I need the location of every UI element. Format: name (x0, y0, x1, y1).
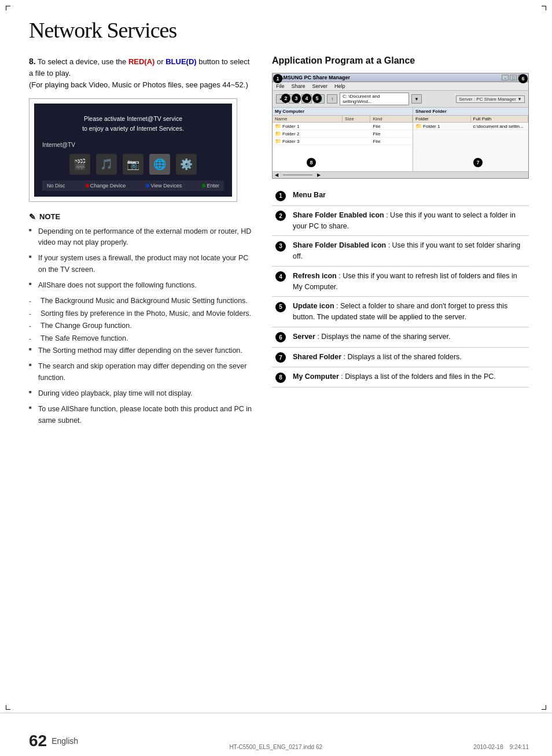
toolbar-browse-btn[interactable]: ▼ (411, 94, 422, 104)
folder-1-size (343, 126, 370, 127)
corner-tr (542, 6, 546, 10)
note-item-5: The search and skip operation may differ… (29, 361, 255, 383)
note-subitem-2: Sorting files by preference in the Photo… (29, 308, 255, 319)
my-computer-panel: My Computer Name Size Kind 📁 Folder 1 (273, 108, 413, 171)
menu-server[interactable]: Server (312, 83, 328, 89)
desc-row-7: 7 Shared Folder : Displays a list of the… (272, 347, 529, 367)
note-item-3: AllShare does not support the following … (29, 280, 255, 291)
menu-share[interactable]: Share (292, 83, 306, 89)
desc-text-3: Share Folder Disabled icon : Use this if… (289, 236, 529, 267)
pc-share-titlebar: SAMSUNG PC Share Manager - □ × (273, 73, 528, 82)
col-folder: Folder (413, 116, 470, 122)
badge-6: 6 (518, 74, 528, 83)
page-content: Network Services 8. To select a device, … (0, 0, 552, 431)
shared-folder-header: Shared Folder (413, 108, 528, 116)
tv-bar-enter: Enter (202, 183, 219, 189)
page-number-box: 62 English (29, 732, 78, 750)
desc-num-6: 6 (272, 327, 289, 347)
dot-green (202, 184, 205, 187)
note-heading: ✎ NOTE (29, 212, 255, 222)
pc-share-menubar: File Share Server Help (273, 82, 528, 91)
col-name: Name (273, 116, 343, 122)
minimize-button[interactable]: - (502, 75, 509, 80)
folder-row-2: 📁 Folder 2 File (273, 130, 413, 138)
tv-icon-1: 🎬 (69, 154, 90, 175)
desc-text-2: Share Folder Enabled icon : Use this if … (289, 205, 529, 236)
toolbar-btn-update[interactable]: ↑ (327, 94, 337, 104)
note-subitem-4: The Safe Remove function. (29, 333, 255, 344)
desc-row-1: 1 Menu Bar (272, 186, 529, 205)
blue-label: BLUE(D) (165, 57, 196, 66)
note-item-4: The Sorting method may differ depending … (29, 345, 255, 356)
note-subitem-1: The Background Music and Background Musi… (29, 296, 255, 307)
menu-help[interactable]: Help (334, 83, 345, 89)
maximize-button[interactable]: □ (510, 75, 517, 80)
col-kind: Kind (370, 116, 413, 122)
server-dropdown[interactable]: Server : PC Share Manager ▼ (456, 95, 525, 103)
desc-text-4: Refresh icon : Use this if you want to r… (289, 266, 529, 297)
note-item-1: Depending on te performance of the exter… (29, 226, 255, 249)
dot-red (86, 184, 89, 187)
note-item-7: To use AllShare function, please locate … (29, 404, 255, 426)
menu-file[interactable]: File (276, 83, 285, 89)
step-subtext: (For playing back Video, Music or Photos… (29, 80, 248, 89)
step-number: 8. (29, 57, 36, 66)
page-footer: 62 English HT-C5500_ELS_ENG_0217.indd 62… (0, 713, 552, 756)
badge-7: 7 (473, 158, 483, 167)
badge-5: 5 (312, 94, 322, 103)
desc-row-2: 2 Share Folder Enabled icon : Use this i… (272, 205, 529, 236)
toolbar-path: C: \Document and setting\Wind... (340, 93, 409, 105)
tv-icon-3: 📷 (123, 154, 143, 175)
desc-text-1: Menu Bar (289, 186, 529, 205)
corner-br (542, 705, 546, 710)
note-list: Depending on te performance of the exter… (29, 226, 255, 427)
folder-2-name: 📁 Folder 2 (273, 130, 343, 137)
footer-datetime: 2010-02-18 9:24:11 (473, 744, 529, 750)
tv-icons-row: 🎬 🎵 📷 🌐 ⚙️ (42, 154, 224, 175)
desc-row-3: 3 Share Folder Disabled icon : Use this … (272, 236, 529, 267)
shared-folder-1: 📁 Folder 1 (413, 123, 470, 130)
tv-screen-inner: Please activate Internet@TV service to e… (34, 104, 232, 197)
page-title: Network Services (29, 17, 529, 43)
col-size: Size (343, 116, 370, 122)
red-label: RED(A) (128, 57, 155, 66)
dot-blue (146, 184, 149, 187)
page-number: 62 (29, 732, 47, 750)
shared-folder-row-1: 📁 Folder 1 c:\document and settin... (413, 123, 528, 130)
desc-num-4: 4 (272, 266, 289, 297)
desc-text-8: My Computer : Displays a list of the fol… (289, 367, 529, 388)
desc-text-6: Server : Displays the name of the sharin… (289, 327, 529, 347)
desc-text-5: Update icon : Select a folder to share a… (289, 297, 529, 327)
folder-icon: 📁 (415, 123, 422, 129)
tv-internet-label: Internet@TV (42, 142, 224, 148)
desc-num-5: 5 (272, 297, 289, 327)
desc-row-5: 5 Update icon : Select a folder to share… (272, 297, 529, 327)
pc-share-title: SAMSUNG PC Share Manager (276, 75, 350, 80)
tv-icon-5: ⚙️ (176, 154, 197, 175)
desc-num-1: 1 (272, 186, 289, 205)
right-column: Application Program at a Glance 1 2 3 4 … (272, 56, 529, 388)
toolbar-right: Server : PC Share Manager ▼ (456, 95, 525, 103)
shared-folder-cols: Folder Full Path (413, 116, 528, 123)
desc-num-2: 2 (272, 205, 289, 236)
shared-folder-1-path: c:\document and settin... (471, 123, 528, 130)
desc-row-4: 4 Refresh icon : Use this if you want to… (272, 266, 529, 297)
tv-screen-mockup: Please activate Internet@TV service to e… (29, 98, 237, 202)
app-glance-title: Application Program at a Glance (272, 56, 529, 66)
tv-icon-2: 🎵 (96, 154, 117, 175)
pc-share-statusbar: ◀ ───────── ▶ (273, 171, 528, 178)
note-item-2: If your system uses a firewall, the prod… (29, 253, 255, 275)
tv-bar-viewdevices: View Devices (146, 183, 182, 189)
folder-1-name: 📁 Folder 1 (273, 123, 343, 130)
two-column-layout: 8. To select a device, use the RED(A) or… (29, 56, 529, 431)
my-computer-header: My Computer (273, 108, 413, 116)
tv-bar-nodisc: No Disc (47, 183, 65, 189)
folder-3-name: 📁 Folder 3 (273, 138, 343, 145)
status-center: ───────── (283, 172, 312, 178)
badge-8: 8 (307, 158, 316, 167)
desc-num-3: 3 (272, 236, 289, 267)
step-8-text: 8. To select a device, use the RED(A) or… (29, 56, 255, 90)
corner-bl (6, 705, 10, 710)
desc-num-7: 7 (272, 347, 289, 367)
corner-tl (6, 6, 10, 10)
